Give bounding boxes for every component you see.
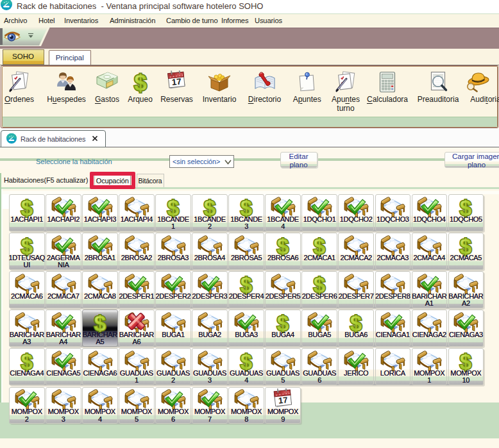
- svg-text:$: $: [314, 235, 325, 256]
- svg-text:$: $: [21, 235, 33, 256]
- svg-text:$: $: [204, 196, 216, 218]
- svg-text:$: $: [21, 196, 33, 218]
- svg-text:$: $: [167, 196, 179, 218]
- svg-text:$: $: [241, 196, 252, 218]
- svg-text:$: $: [460, 235, 471, 256]
- svg-text:$: $: [277, 235, 289, 256]
- svg-text:17: 17: [171, 77, 182, 87]
- svg-text:$: $: [460, 196, 471, 218]
- svg-text:17: 17: [278, 395, 288, 405]
- svg-text:$: $: [134, 71, 146, 94]
